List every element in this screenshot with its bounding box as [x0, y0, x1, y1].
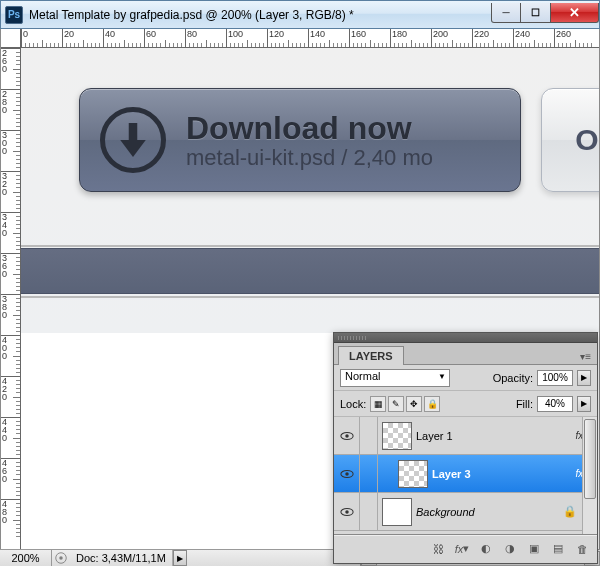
blend-opacity-row: Normal Opacity: 100% ▶ — [334, 365, 597, 391]
minimize-button[interactable]: ─ — [491, 3, 521, 23]
delete-layer-icon[interactable]: 🗑 — [571, 540, 593, 558]
dark-bar — [21, 248, 599, 294]
tab-layers[interactable]: LAYERS — [338, 346, 404, 365]
layer-name[interactable]: Layer 1 — [416, 430, 453, 442]
layer-row[interactable]: Layer 1fx ▾ — [334, 417, 597, 455]
download-now-button: Download now metal-ui-kit.psd / 2,40 mo — [79, 88, 521, 192]
divider — [21, 296, 599, 298]
adjustment-layer-icon[interactable]: ◑ — [499, 540, 521, 558]
horizontal-ruler[interactable]: 020406080100120140160180200220240260 — [21, 29, 599, 48]
maximize-button[interactable]: ☐ — [521, 3, 551, 23]
visibility-toggle[interactable] — [334, 455, 360, 492]
layer-scrollbar[interactable] — [582, 417, 597, 534]
panel-titlebar[interactable] — [334, 333, 597, 343]
layer-mask-icon[interactable]: ◐ — [475, 540, 497, 558]
svg-point-5 — [345, 472, 349, 476]
layer-thumbnail[interactable] — [398, 460, 428, 488]
link-column[interactable] — [360, 493, 378, 530]
opacity-flyout-button[interactable]: ▶ — [577, 370, 591, 386]
lock-pixels-icon[interactable]: ✎ — [388, 396, 404, 412]
layer-thumbnail[interactable] — [382, 498, 412, 526]
photoshop-app-icon: Ps — [5, 6, 23, 24]
svg-point-3 — [345, 434, 349, 438]
layer-group-icon[interactable]: ▣ — [523, 540, 545, 558]
download-subtitle: metal-ui-kit.psd / 2,40 mo — [186, 145, 433, 171]
link-column[interactable] — [360, 417, 378, 454]
secondary-button: OI — [541, 88, 599, 192]
layer-scroll-thumb[interactable] — [584, 419, 596, 499]
link-column[interactable] — [360, 455, 378, 492]
svg-point-1 — [59, 556, 63, 560]
zoom-level[interactable]: 200% — [0, 550, 52, 566]
window-titlebar: Ps Metal Template by grafpedia.psd @ 200… — [0, 0, 600, 29]
window-title: Metal Template by grafpedia.psd @ 200% (… — [29, 8, 491, 22]
fill-label: Fill: — [516, 398, 533, 410]
new-layer-icon[interactable]: ▤ — [547, 540, 569, 558]
panel-tabs: LAYERS ▾≡ — [334, 343, 597, 365]
layers-panel[interactable]: LAYERS ▾≡ Normal Opacity: 100% ▶ Lock: ▦… — [333, 332, 598, 564]
opacity-value[interactable]: 100% — [537, 370, 573, 386]
layer-thumbnail[interactable] — [382, 422, 412, 450]
lock-all-icon[interactable]: 🔒 — [424, 396, 440, 412]
download-title: Download now — [186, 110, 433, 147]
fill-flyout-button[interactable]: ▶ — [577, 396, 591, 412]
link-layers-icon[interactable]: ⛓ — [427, 540, 449, 558]
layer-fx-icon[interactable]: fx▾ — [451, 540, 473, 558]
svg-point-7 — [345, 510, 349, 514]
lock-transparency-icon[interactable]: ▦ — [370, 396, 386, 412]
layer-row[interactable]: Layer 3fx ▾ — [334, 455, 597, 493]
close-button[interactable]: ✕ — [551, 3, 599, 23]
opacity-label: Opacity: — [493, 372, 533, 384]
divider — [21, 245, 599, 247]
status-icon[interactable] — [54, 551, 68, 565]
layer-name[interactable]: Background — [416, 506, 475, 518]
doc-size[interactable]: Doc: 3,43M/11,1M — [70, 550, 173, 566]
fill-value[interactable]: 40% — [537, 396, 573, 412]
ruler-origin[interactable] — [1, 29, 21, 48]
status-menu-arrow[interactable]: ▶ — [173, 550, 187, 566]
layer-row[interactable]: Background🔒 — [334, 493, 597, 531]
download-arrow-icon — [100, 107, 166, 173]
lock-label: Lock: — [340, 398, 366, 410]
visibility-toggle[interactable] — [334, 493, 360, 530]
panel-grip-icon — [338, 336, 368, 340]
layer-list: Layer 1fx ▾Layer 3fx ▾Background🔒 — [334, 417, 597, 535]
vertical-ruler[interactable]: 260280300320340360380400420440460480 — [1, 48, 21, 549]
panel-menu-icon[interactable]: ▾≡ — [578, 349, 593, 364]
lock-fill-row: Lock: ▦ ✎ ✥ 🔒 Fill: 40% ▶ — [334, 391, 597, 417]
lock-position-icon[interactable]: ✥ — [406, 396, 422, 412]
artboard-background: Download now metal-ui-kit.psd / 2,40 mo … — [21, 48, 599, 333]
blend-mode-select[interactable]: Normal — [340, 369, 450, 387]
panel-bottom-icons: ⛓ fx▾ ◐ ◑ ▣ ▤ 🗑 — [334, 535, 597, 561]
layer-name[interactable]: Layer 3 — [432, 468, 471, 480]
visibility-toggle[interactable] — [334, 417, 360, 454]
lock-icon: 🔒 — [563, 505, 577, 518]
